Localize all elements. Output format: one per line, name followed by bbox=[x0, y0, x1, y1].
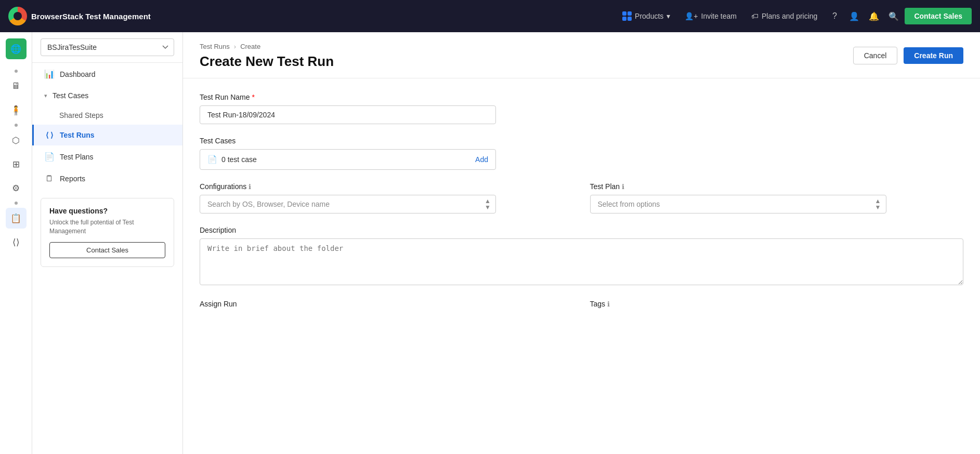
products-menu[interactable]: Products ▾ bbox=[616, 8, 676, 24]
assign-tags-row: Assign Run Tags ℹ bbox=[200, 300, 963, 312]
assign-run-col: Assign Run bbox=[200, 300, 573, 312]
notifications-button[interactable]: 🔔 bbox=[865, 7, 883, 25]
sidebar-item-test-runs[interactable]: ⟨ ⟩ Test Runs bbox=[32, 125, 182, 145]
cancel-button[interactable]: Cancel bbox=[853, 47, 898, 64]
test-cases-label: Test Cases bbox=[53, 91, 88, 100]
breadcrumb-separator: › bbox=[234, 43, 236, 50]
help-box-cta-button[interactable]: Contact Sales bbox=[49, 242, 165, 258]
header-left: Test Runs › Create Create New Test Run bbox=[200, 43, 334, 70]
test-run-name-input[interactable] bbox=[200, 105, 496, 124]
sidebar: BSJiraTesSuite 📊 Dashboard ▾ Test Cases … bbox=[32, 32, 183, 454]
dashboard-label: Dashboard bbox=[60, 70, 96, 78]
products-label: Products bbox=[635, 12, 663, 20]
page-title: Create New Test Run bbox=[200, 54, 334, 70]
browserstack-logo-icon bbox=[8, 7, 27, 25]
description-label: Description bbox=[200, 226, 963, 234]
test-plan-select[interactable]: Select from options bbox=[590, 195, 886, 213]
test-plan-label: Test Plan ℹ bbox=[590, 182, 964, 191]
test-runs-label: Test Runs bbox=[60, 131, 95, 139]
rail-monitor-icon[interactable]: 🖥 bbox=[6, 76, 27, 97]
create-run-button[interactable]: Create Run bbox=[904, 47, 963, 64]
add-test-cases-link[interactable]: Add bbox=[475, 155, 488, 164]
products-chevron: ▾ bbox=[667, 12, 670, 20]
tags-info-icon: ℹ bbox=[607, 300, 610, 308]
breadcrumb-test-runs[interactable]: Test Runs bbox=[200, 43, 230, 50]
tags-col: Tags ℹ bbox=[590, 300, 964, 312]
main-content: Test Runs › Create Create New Test Run C… bbox=[183, 32, 980, 454]
test-cases-left: 📄 0 test case bbox=[207, 155, 257, 164]
rail-dot-3 bbox=[15, 202, 18, 205]
sidebar-item-dashboard[interactable]: 📊 Dashboard bbox=[32, 63, 182, 85]
invite-icon: 👤+ bbox=[685, 12, 698, 20]
sidebar-item-test-plans[interactable]: 📄 Test Plans bbox=[32, 145, 182, 168]
rail-settings-icon[interactable]: ⚙ bbox=[6, 178, 27, 198]
invite-team-label: Invite team bbox=[701, 12, 737, 20]
reports-label: Reports bbox=[60, 175, 85, 183]
brand-name: BrowserStack Test Management bbox=[31, 12, 151, 21]
logo-area: BrowserStack Test Management bbox=[8, 7, 151, 25]
form-body: Test Run Name * Test Cases 📄 0 test case… bbox=[183, 78, 980, 339]
help-button[interactable]: ? bbox=[826, 7, 843, 25]
help-box-description: Unlock the full potential of Test Manage… bbox=[49, 218, 165, 236]
rail-integrations-icon[interactable]: ⟨⟩ bbox=[6, 232, 27, 252]
test-plans-label: Test Plans bbox=[60, 153, 94, 161]
content-header: Test Runs › Create Create New Test Run C… bbox=[183, 32, 980, 78]
description-textarea[interactable] bbox=[200, 238, 963, 285]
test-case-count: 0 test case bbox=[221, 155, 257, 164]
configurations-info-icon: ℹ bbox=[249, 183, 251, 191]
user-avatar[interactable]: 👤 bbox=[845, 7, 863, 25]
shared-steps-label: Shared Steps bbox=[59, 111, 103, 119]
configurations-col: Configurations ℹ Search by OS, Browser, … bbox=[200, 182, 573, 213]
test-cases-chevron: ▾ bbox=[44, 92, 47, 99]
rail-dot-2 bbox=[15, 124, 18, 127]
suite-selector-wrap: BSJiraTesSuite bbox=[32, 32, 182, 63]
main-body: 🌐 🖥 🧍 ⬡ ⊞ ⚙ 📋 ⟨⟩ BSJiraTesSuite 📊 Dashbo… bbox=[0, 32, 980, 454]
icon-rail: 🌐 🖥 🧍 ⬡ ⊞ ⚙ 📋 ⟨⟩ bbox=[0, 32, 32, 454]
configurations-select-wrap: Search by OS, Browser, Device name ▲▼ bbox=[200, 195, 496, 213]
test-run-name-group: Test Run Name * bbox=[200, 93, 963, 124]
required-indicator: * bbox=[252, 93, 254, 101]
test-runs-icon: ⟨ ⟩ bbox=[44, 131, 55, 139]
test-cases-label: Test Cases bbox=[200, 137, 963, 145]
test-run-name-label: Test Run Name * bbox=[200, 93, 963, 101]
suite-selector[interactable]: BSJiraTesSuite bbox=[41, 38, 174, 56]
plans-pricing-link[interactable]: 🏷 Plans and pricing bbox=[745, 9, 824, 23]
breadcrumb-current: Create bbox=[240, 43, 260, 50]
test-plan-select-wrap: Select from options ▲▼ bbox=[590, 195, 886, 213]
rail-nodes-icon[interactable]: ⬡ bbox=[6, 130, 27, 151]
test-case-doc-icon: 📄 bbox=[207, 155, 217, 164]
configurations-select[interactable]: Search by OS, Browser, Device name bbox=[200, 195, 496, 213]
grid-icon bbox=[622, 11, 632, 21]
rail-globe-icon[interactable]: 🌐 bbox=[6, 38, 27, 59]
test-plan-info-icon: ℹ bbox=[622, 183, 624, 191]
plans-pricing-label: Plans and pricing bbox=[762, 12, 817, 20]
description-group: Description bbox=[200, 226, 963, 287]
test-plan-col: Test Plan ℹ Select from options ▲▼ bbox=[590, 182, 964, 213]
rail-person-icon[interactable]: 🧍 bbox=[6, 100, 27, 121]
rail-checklist-icon[interactable]: 📋 bbox=[6, 208, 27, 229]
help-box-title: Have questions? bbox=[49, 207, 165, 215]
breadcrumb: Test Runs › Create bbox=[200, 43, 334, 50]
top-navigation: BrowserStack Test Management Products ▾ … bbox=[0, 0, 980, 32]
test-cases-group: Test Cases 📄 0 test case Add bbox=[200, 137, 963, 170]
header-actions: Cancel Create Run bbox=[853, 47, 963, 64]
sidebar-item-test-cases[interactable]: ▾ Test Cases bbox=[32, 85, 182, 106]
reports-icon: 🗒 bbox=[44, 174, 55, 183]
test-cases-box[interactable]: 📄 0 test case Add bbox=[200, 149, 496, 170]
help-box: Have questions? Unlock the full potentia… bbox=[41, 198, 174, 267]
invite-team-button[interactable]: 👤+ Invite team bbox=[678, 9, 743, 23]
topnav-items: Products ▾ 👤+ Invite team 🏷 Plans and pr… bbox=[616, 7, 972, 25]
configurations-label: Configurations ℹ bbox=[200, 182, 573, 191]
config-testplan-row: Configurations ℹ Search by OS, Browser, … bbox=[200, 182, 963, 213]
tags-label: Tags ℹ bbox=[590, 300, 964, 308]
sidebar-nav: 📊 Dashboard ▾ Test Cases Shared Steps ⟨ … bbox=[32, 63, 182, 454]
assign-run-label: Assign Run bbox=[200, 300, 573, 308]
search-button[interactable]: 🔍 bbox=[885, 7, 903, 25]
test-plans-icon: 📄 bbox=[44, 152, 55, 162]
rail-grid-icon[interactable]: ⊞ bbox=[6, 154, 27, 175]
sidebar-item-shared-steps[interactable]: Shared Steps bbox=[32, 106, 182, 125]
rail-dot-1 bbox=[15, 70, 18, 73]
sidebar-item-reports[interactable]: 🗒 Reports bbox=[32, 168, 182, 190]
tag-icon: 🏷 bbox=[751, 12, 759, 20]
contact-sales-button[interactable]: Contact Sales bbox=[905, 8, 972, 24]
